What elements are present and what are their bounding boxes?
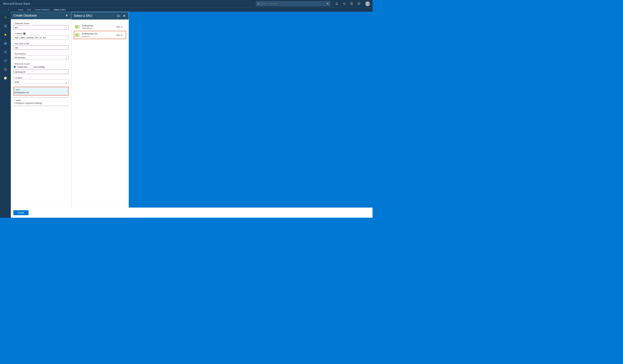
check-icon: ✓: [66, 70, 68, 73]
sku-picker-value: Enterprise-HA: [15, 91, 67, 94]
maximize-icon[interactable]: [116, 13, 121, 18]
svg-rect-20: [5, 51, 6, 51]
login-picker-label: Login: [16, 99, 20, 101]
svg-rect-10: [4, 26, 5, 26]
svg-rect-18: [6, 42, 6, 43]
nav-monitor[interactable]: [2, 74, 9, 82]
breadcrumb-create-database[interactable]: Create Database: [34, 9, 51, 11]
sku-subtitle: AlwasOn: [82, 35, 116, 38]
svg-line-34: [5, 69, 6, 70]
svg-point-4: [351, 4, 352, 4]
collation-input[interactable]: [13, 35, 68, 40]
login-picker[interactable]: *Login Configure required settings ›: [13, 97, 68, 106]
svg-rect-21: [6, 51, 6, 51]
blade-header: Create Database ✕: [11, 12, 71, 19]
location-label: Location: [15, 77, 22, 79]
blade-select-sku: Select a SKU ✕ Enterprise Standalone SQL…: [71, 12, 129, 218]
max-size-input[interactable]: [13, 45, 68, 50]
nav-dashboard[interactable]: [2, 40, 9, 47]
content: Create Database ✕ *Database Name ✓ *Coll…: [11, 12, 373, 218]
svg-rect-19: [4, 51, 5, 51]
sku-picker-label: SKU: [16, 88, 20, 91]
svg-line-1: [259, 4, 260, 5]
sku-icon: [75, 25, 80, 29]
resource-group-input[interactable]: [13, 70, 68, 74]
nav-resources[interactable]: [2, 57, 9, 65]
db-name-label: Database Name: [15, 22, 29, 25]
resource-group-label: Resource Group: [15, 63, 30, 65]
check-icon: ✓: [66, 46, 68, 49]
breadcrumb-new[interactable]: New: [26, 9, 32, 11]
search-clear[interactable]: ✕: [325, 2, 330, 5]
nav-all-services[interactable]: [2, 22, 9, 30]
svg-line-29: [4, 60, 5, 61]
blade-header: Select a SKU ✕: [71, 12, 129, 20]
collapse-nav-icon[interactable]: »: [8, 9, 9, 11]
nav-resource-groups[interactable]: [2, 48, 9, 56]
svg-rect-17: [4, 42, 5, 44]
breadcrumb-home[interactable]: Home: [17, 9, 24, 11]
svg-rect-14: [5, 27, 7, 27]
breadcrumb-current: Select a SKU: [53, 9, 66, 11]
check-icon: ✓: [66, 26, 68, 28]
settings-icon[interactable]: [340, 0, 348, 8]
chevron-right-icon: ›: [67, 90, 68, 92]
brand: Microsoft Azure Stack: [0, 2, 33, 5]
db-name-input[interactable]: [13, 25, 68, 30]
max-size-label: Max Size in MB: [15, 42, 29, 45]
svg-rect-11: [4, 27, 5, 27]
svg-rect-24: [6, 52, 6, 52]
sku-picker[interactable]: *SKU Enterprise-HA ›: [13, 87, 68, 95]
sku-subtitle: Standalone: [82, 27, 116, 29]
create-button[interactable]: Create: [13, 210, 29, 215]
collation-label: Collation: [15, 32, 23, 35]
blade-title: Select a SKU: [74, 14, 92, 18]
svg-rect-36: [117, 15, 120, 17]
search-icon: [257, 3, 260, 5]
svg-rect-27: [6, 53, 6, 53]
breadcrumb: » Home › New › Create Database › Select …: [0, 8, 372, 12]
login-picker-value: Configure required settings: [14, 102, 67, 104]
subscription-label: Subscription: [15, 53, 26, 55]
feedback-icon[interactable]: [355, 0, 363, 8]
topbar: Microsoft Azure Stack ✕: [0, 0, 372, 8]
svg-point-0: [258, 3, 259, 4]
svg-rect-25: [4, 53, 5, 53]
nav-new[interactable]: [2, 14, 9, 21]
sku-item-enterprise-ha[interactable]: Enterprise-HA AlwasOn SQL S...: [74, 31, 126, 39]
svg-marker-15: [4, 33, 7, 36]
nav-favorites[interactable]: [2, 31, 9, 39]
radio-create-new[interactable]: Create new: [13, 66, 27, 68]
sku-meta: SQL S...: [116, 26, 125, 28]
radio-use-existing[interactable]: Use existing: [30, 66, 45, 68]
svg-rect-22: [4, 52, 5, 52]
sku-icon: [75, 33, 80, 37]
blade-title: Create Database: [13, 14, 37, 17]
sku-item-enterprise[interactable]: Enterprise Standalone SQL S...: [74, 23, 126, 31]
svg-rect-26: [5, 53, 6, 53]
search-input[interactable]: [261, 3, 325, 5]
svg-line-30: [5, 60, 7, 61]
windows-activation-watermark: Activate Windows Go to Settings to activ…: [344, 212, 371, 216]
notifications-icon[interactable]: [333, 0, 340, 8]
info-icon[interactable]: i: [23, 32, 25, 34]
chevron-right-icon: ›: [67, 100, 68, 103]
svg-point-6: [367, 2, 368, 4]
close-icon[interactable]: ✕: [122, 13, 126, 18]
svg-point-2: [344, 3, 345, 4]
location-select[interactable]: local: [13, 80, 68, 84]
sku-name: Enterprise-HA: [82, 32, 116, 35]
subscription-select[interactable]: All Services: [13, 55, 68, 60]
sku-meta: SQL S...: [116, 34, 125, 36]
sku-name: Enterprise: [82, 24, 116, 27]
svg-rect-5: [358, 3, 360, 4]
search-box[interactable]: ✕: [256, 1, 330, 6]
close-icon[interactable]: ✕: [65, 13, 69, 18]
help-icon[interactable]: [348, 0, 355, 8]
svg-rect-23: [5, 52, 6, 52]
avatar[interactable]: [365, 1, 370, 6]
svg-rect-13: [5, 26, 7, 26]
leftrail: [0, 12, 11, 218]
nav-recent[interactable]: [2, 66, 9, 73]
svg-rect-12: [5, 25, 7, 25]
